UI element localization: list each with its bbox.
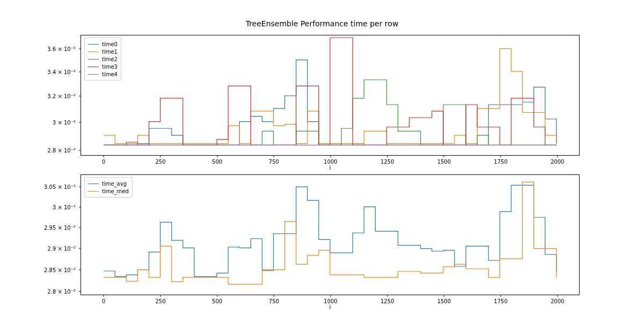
- axes-bottom: time_avgtime_med 02505007501000125015001…: [80, 174, 580, 295]
- legend-item: time4: [88, 70, 118, 78]
- legend-swatch: [88, 184, 99, 184]
- ytick-label: 3.6 × 10⁻²: [33, 46, 76, 52]
- legend-label: time3: [102, 64, 118, 70]
- legend-label: time4: [102, 71, 118, 77]
- xlabel-top: i: [80, 164, 580, 171]
- legend-swatch: [88, 74, 99, 75]
- legend-top: time0time1time2time3time4: [84, 38, 121, 80]
- figure-title: TreeEnsemble Performance time per row: [0, 19, 644, 28]
- ytick-label: 3 × 10⁻²: [33, 204, 76, 210]
- legend-item: time0: [88, 40, 118, 48]
- ytick-label: 3.4 × 10⁻²: [33, 69, 76, 75]
- ytick-label: 3.2 × 10⁻²: [33, 93, 76, 99]
- legend-item: time2: [88, 55, 118, 63]
- ytick-label: 2.85 × 10⁻²: [33, 267, 76, 273]
- legend-swatch: [88, 52, 99, 52]
- ytick-label: 3 × 10⁻²: [33, 120, 76, 126]
- legend-label: time_avg: [102, 181, 127, 187]
- ytick-label: 2.95 × 10⁻²: [33, 225, 76, 231]
- plot-area-bottom: [81, 175, 579, 295]
- legend-item: time3: [88, 63, 118, 70]
- legend-item: time_med: [88, 187, 129, 195]
- legend-item: time1: [88, 48, 118, 55]
- legend-label: time_med: [102, 188, 129, 194]
- ytick-label: 2.8 × 10⁻²: [33, 288, 76, 294]
- legend-label: time0: [102, 41, 118, 47]
- legend-swatch: [88, 191, 99, 192]
- xlabel-bottom: i: [80, 304, 580, 311]
- legend-swatch: [88, 67, 99, 67]
- legend-swatch: [88, 44, 99, 45]
- plot-area-top: [81, 35, 579, 155]
- legend-label: time2: [102, 56, 118, 62]
- legend-label: time1: [102, 49, 118, 55]
- figure: TreeEnsemble Performance time per row ti…: [0, 0, 644, 322]
- ytick-label: 2.9 × 10⁻²: [33, 246, 76, 252]
- legend-swatch: [88, 59, 99, 60]
- ytick-label: 2.8 × 10⁻²: [33, 148, 76, 153]
- ytick-label: 3.05 × 10⁻²: [33, 184, 76, 190]
- axes-top: time0time1time2time3time4 02505007501000…: [80, 35, 580, 156]
- legend-bottom: time_avgtime_med: [84, 177, 133, 197]
- legend-item: time_avg: [88, 180, 129, 187]
